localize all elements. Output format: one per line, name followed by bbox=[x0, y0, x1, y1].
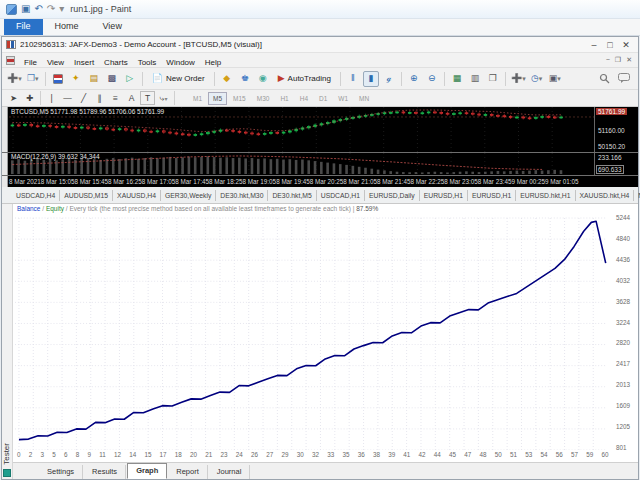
arrows-tool-button[interactable]: ⤷▾ bbox=[156, 91, 171, 105]
chart-tab-eurusd-h1[interactable]: EURUSD,H1 bbox=[420, 190, 468, 201]
timeframe-mn[interactable]: MN bbox=[354, 92, 374, 105]
trendline-tool-button[interactable]: ╱ bbox=[76, 91, 91, 105]
chat-icon[interactable] bbox=[618, 73, 630, 84]
timeframe-d1[interactable]: D1 bbox=[314, 92, 332, 105]
chart-tab-xauusd-h4[interactable]: XAUUSD,H4 bbox=[113, 190, 161, 201]
minimize-button[interactable]: – bbox=[586, 40, 602, 50]
cascade-windows-button[interactable]: ❐ bbox=[485, 71, 501, 87]
close-button[interactable]: ✕ bbox=[618, 40, 634, 50]
chart-tab-audusd-m15[interactable]: AUDUSD,M15 bbox=[60, 190, 113, 201]
templates-button[interactable]: ▣▾ bbox=[547, 71, 563, 87]
tester-x-tick-30: 30 bbox=[297, 451, 304, 458]
timeframe-m1[interactable]: M1 bbox=[188, 92, 207, 105]
auto-arrange-button[interactable]: ▥ bbox=[467, 71, 483, 87]
channel-tool-button[interactable]: ∥ bbox=[92, 91, 107, 105]
time-tick-8-mar-16-25: 8 Mar 16:25 bbox=[108, 178, 142, 185]
tester-x-tick-48: 48 bbox=[480, 451, 487, 458]
tester-tab-report[interactable]: Report bbox=[168, 465, 208, 479]
vertical-line-tool-button[interactable]: | bbox=[44, 91, 59, 105]
strategy-tester-button[interactable]: ▷ bbox=[122, 71, 138, 87]
balance-curve-chart[interactable] bbox=[15, 216, 613, 450]
menu-charts[interactable]: Charts bbox=[99, 57, 133, 68]
paint-tab-view[interactable]: View bbox=[91, 19, 134, 35]
mql5-button[interactable]: ◉ bbox=[255, 71, 271, 87]
timeframe-m30[interactable]: M30 bbox=[252, 92, 275, 105]
tester-sidebar[interactable]: Tester bbox=[2, 204, 13, 479]
child-minimize-icon[interactable]: − bbox=[606, 56, 610, 64]
timeframe-m15[interactable]: M15 bbox=[228, 92, 251, 105]
timeframe-h4[interactable]: H4 bbox=[295, 92, 313, 105]
menu-tools[interactable]: Tools bbox=[133, 57, 162, 68]
community-button[interactable]: ♚ bbox=[237, 71, 253, 87]
text-tool-button[interactable]: A bbox=[124, 91, 139, 105]
new-order-button[interactable]: 📄New Order bbox=[147, 71, 210, 87]
market-watch-button[interactable] bbox=[50, 71, 66, 87]
chart-tab-de30-hkt-m30[interactable]: DE30.hkt,M30 bbox=[216, 190, 268, 201]
timeframe-w1[interactable]: W1 bbox=[333, 92, 353, 105]
price-chart-panel[interactable]: BTCUSD,M5 51771.98 51789.96 51706.06 517… bbox=[2, 107, 638, 187]
chart-tab-usdcad-h4[interactable]: USDCAD,H4 bbox=[12, 190, 60, 201]
timeframe-m5[interactable]: M5 bbox=[208, 92, 227, 105]
paint-app-icon bbox=[6, 4, 17, 15]
save-icon[interactable]: ▣ bbox=[21, 4, 30, 14]
candlestick-chart-button[interactable]: ▮ bbox=[363, 71, 379, 87]
zoom-out-button[interactable]: ⊖ bbox=[424, 71, 440, 87]
chart-profiles-button[interactable]: ❐▾ bbox=[25, 71, 41, 87]
chart-tab-eurusd-daily[interactable]: EURUSD,Daily bbox=[365, 190, 420, 201]
time-tick-8-mar-21-45: 8 Mar 21:45 bbox=[377, 178, 411, 185]
chart-tab-usdcad-h1[interactable]: USDCAD,H1 bbox=[317, 190, 365, 201]
tester-tab-results[interactable]: Results bbox=[84, 465, 126, 479]
tester-x-tick-38: 38 bbox=[373, 451, 380, 458]
tester-y-tick-4032: 4032 bbox=[616, 277, 630, 284]
tester-x-tick-42: 42 bbox=[419, 451, 426, 458]
chart-tab-ger30-weekly[interactable]: GER30,Weekly bbox=[161, 190, 216, 201]
navigator-button[interactable]: ✦ bbox=[68, 71, 84, 87]
child-close-icon[interactable]: ✕ bbox=[626, 56, 632, 64]
indicators-button[interactable]: ➕▾ bbox=[510, 71, 527, 87]
crosshair-tool-button[interactable]: ✚ bbox=[22, 91, 37, 105]
quick-access-dropdown-icon[interactable]: ▾ bbox=[59, 4, 64, 14]
paint-tab-home[interactable]: Home bbox=[43, 19, 91, 35]
tester-y-axis: 5244484044364032362832242820241720131609… bbox=[614, 204, 638, 462]
line-chart-button[interactable]: ℊ bbox=[381, 71, 397, 87]
tester-x-axis: 0235689111214151718202123242627293032333… bbox=[17, 451, 609, 458]
menu-view[interactable]: View bbox=[42, 57, 69, 68]
menu-insert[interactable]: Insert bbox=[69, 57, 99, 68]
redo-icon[interactable]: ↷ bbox=[47, 4, 55, 14]
horizontal-line-tool-button[interactable]: — bbox=[60, 91, 75, 105]
tester-graph[interactable]: Balance / Equity / Every tick (the most … bbox=[13, 204, 638, 462]
zoom-in-button[interactable]: ⊕ bbox=[406, 71, 422, 87]
tester-x-tick-53: 53 bbox=[525, 451, 532, 458]
paint-tab-file[interactable]: File bbox=[4, 19, 43, 35]
tester-tab-journal[interactable]: Journal bbox=[209, 465, 251, 479]
search-icon[interactable] bbox=[599, 73, 610, 84]
label-tool-button[interactable]: T bbox=[140, 91, 155, 105]
menu-help[interactable]: Help bbox=[200, 57, 226, 68]
chart-tab-xauusd-hkt-h4[interactable]: XAUUSD.hkt,H4 bbox=[576, 190, 635, 201]
tile-windows-button[interactable]: ▦ bbox=[449, 71, 465, 87]
tester-y-tick-2820: 2820 bbox=[616, 339, 630, 346]
autotrading-button[interactable]: ▶AutoTrading bbox=[273, 71, 336, 87]
child-restore-icon[interactable]: ❐ bbox=[615, 56, 621, 64]
data-window-button[interactable]: ▤ bbox=[86, 71, 102, 87]
menu-file[interactable]: File bbox=[19, 57, 42, 68]
menu-window[interactable]: Window bbox=[161, 57, 199, 68]
toolbox-button[interactable]: ▩ bbox=[104, 71, 120, 87]
cursor-tool-button[interactable]: ➤ bbox=[6, 91, 21, 105]
tester-tab-settings[interactable]: Settings bbox=[39, 465, 83, 479]
undo-icon[interactable]: ↶ bbox=[34, 4, 42, 14]
maximize-button[interactable]: □ bbox=[602, 40, 618, 50]
scripts-button[interactable]: ◆ bbox=[219, 71, 235, 87]
timeframe-h1[interactable]: H1 bbox=[275, 92, 293, 105]
tester-y-tick-3224: 3224 bbox=[616, 319, 630, 326]
bar-chart-button[interactable]: ‖ bbox=[345, 71, 361, 87]
tester-tab-graph[interactable]: Graph bbox=[127, 463, 167, 479]
chart-tab-eurusd-h1[interactable]: EURUSD,H1 bbox=[468, 190, 516, 201]
periods-button[interactable]: ◷▾ bbox=[529, 71, 545, 87]
tester-x-tick-21: 21 bbox=[205, 451, 212, 458]
new-chart-button[interactable]: ➕▾ bbox=[6, 71, 23, 87]
chart-tab-neousd-h1[interactable]: NEOUSD,H1 bbox=[634, 190, 640, 201]
fibonacci-tool-button[interactable]: ≡ bbox=[108, 91, 123, 105]
chart-tab-de30-hkt-m5[interactable]: DE30.hkt,M5 bbox=[268, 190, 316, 201]
chart-tab-eurusd-hkt-h1[interactable]: EURUSD.hkt,H1 bbox=[516, 190, 575, 201]
